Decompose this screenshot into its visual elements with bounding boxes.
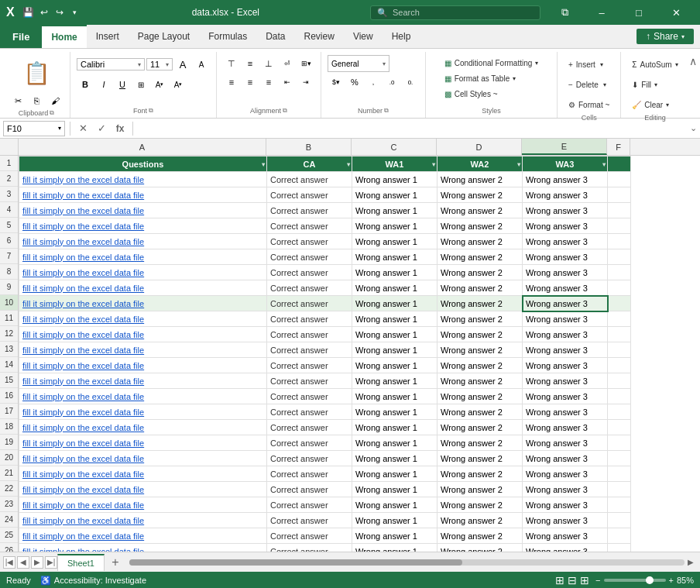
cell-f-14[interactable] (608, 358, 631, 373)
cell-wa1-8[interactable]: Wrong answer 1 (352, 265, 438, 280)
page-layout-view-icon[interactable]: ⊟ (568, 574, 577, 586)
cell-question-26[interactable]: fill it simply on the excel data file (19, 544, 267, 552)
fill-color-button[interactable]: A ▾ (151, 76, 168, 93)
bold-button[interactable]: B (77, 76, 94, 93)
insert-function-icon[interactable]: fx (112, 121, 128, 136)
row-num-15[interactable]: 15 (0, 373, 18, 388)
cell-f-9[interactable] (608, 280, 631, 296)
cell-wa1-20[interactable]: Wrong answer 1 (352, 451, 438, 466)
cell-ca-11[interactable]: Correct answer (267, 311, 352, 327)
cell-wa1-21[interactable]: Wrong answer 1 (352, 466, 438, 482)
row-num-3[interactable]: 3 (0, 187, 18, 202)
align-middle-button[interactable]: ≡ (242, 55, 259, 72)
cell-ca-12[interactable]: Correct answer (267, 327, 352, 342)
cell-wa2-15[interactable]: Wrong answer 2 (438, 373, 523, 389)
cell-wa1-13[interactable]: Wrong answer 1 (352, 342, 438, 358)
cell-wa1-14[interactable]: Wrong answer 1 (352, 358, 438, 373)
cell-ca-6[interactable]: Correct answer (267, 234, 352, 249)
border-button[interactable]: ⊞ (132, 76, 149, 93)
cell-f-18[interactable] (608, 420, 631, 435)
cell-ca-21[interactable]: Correct answer (267, 466, 352, 482)
cell-question-23[interactable]: fill it simply on the excel data file (19, 497, 267, 513)
col-header-d[interactable]: D (437, 139, 522, 155)
add-sheet-button[interactable]: + (108, 555, 123, 570)
formula-input[interactable] (138, 124, 687, 133)
row-num-26[interactable]: 26 (0, 543, 18, 552)
font-color-button[interactable]: A ▾ (170, 76, 187, 93)
tab-help[interactable]: Help (383, 25, 420, 48)
redo-icon[interactable]: ↪ (53, 6, 66, 19)
cell-f-17[interactable] (608, 404, 631, 420)
cell-question-15[interactable]: fill it simply on the excel data file (19, 373, 267, 389)
cell-wa1-16[interactable]: Wrong answer 1 (352, 389, 438, 404)
row-num-12[interactable]: 12 (0, 326, 18, 342)
row-num-8[interactable]: 8 (0, 264, 18, 280)
cell-wa1-10[interactable]: Wrong answer 1 (352, 296, 438, 311)
cell-ca-18[interactable]: Correct answer (267, 420, 352, 435)
row-num-24[interactable]: 24 (0, 512, 18, 528)
cell-f-25[interactable] (608, 528, 631, 544)
cell-wa3-11[interactable]: Wrong answer 3 (523, 311, 608, 327)
cell-wa3-21[interactable]: Wrong answer 3 (523, 466, 608, 482)
cell-ca-2[interactable]: Correct answer (267, 172, 352, 187)
cell-wa1-9[interactable]: Wrong answer 1 (352, 280, 438, 296)
cell-f-24[interactable] (608, 513, 631, 528)
row-num-5[interactable]: 5 (0, 218, 18, 233)
wrap-text-button[interactable]: ⏎ (279, 55, 296, 72)
cell-wa3-17[interactable]: Wrong answer 3 (523, 404, 608, 420)
cell-wa2-24[interactable]: Wrong answer 2 (438, 513, 523, 528)
cancel-formula-icon[interactable]: ✕ (75, 121, 91, 136)
clipboard-expand-icon[interactable]: ⧉ (50, 109, 54, 117)
cell-f-12[interactable] (608, 327, 631, 342)
delete-cells-button[interactable]: − Delete ▾ (564, 75, 611, 94)
row-num-25[interactable]: 25 (0, 528, 18, 543)
cell-wa2-18[interactable]: Wrong answer 2 (438, 420, 523, 435)
row-num-22[interactable]: 22 (0, 481, 18, 497)
cell-wa2-22[interactable]: Wrong answer 2 (438, 482, 523, 497)
cell-ca-24[interactable]: Correct answer (267, 513, 352, 528)
cell-question-8[interactable]: fill it simply on the excel data file (19, 265, 267, 280)
normal-view-icon[interactable]: ⊞ (555, 574, 564, 586)
format-as-table-button[interactable]: ▦ Format as Table ▾ (441, 70, 520, 86)
row-num-17[interactable]: 17 (0, 404, 18, 419)
cell-ca-9[interactable]: Correct answer (267, 280, 352, 296)
decrease-indent-button[interactable]: ⇤ (279, 74, 296, 91)
cell-ca-16[interactable]: Correct answer (267, 389, 352, 404)
cell-wa3-20[interactable]: Wrong answer 3 (523, 451, 608, 466)
underline-button[interactable]: U (114, 76, 131, 93)
cell-ca-8[interactable]: Correct answer (267, 265, 352, 280)
filter-wa3-icon[interactable]: ▾ (602, 160, 606, 167)
cell-wa2-2[interactable]: Wrong answer 2 (438, 172, 523, 187)
row-num-13[interactable]: 13 (0, 342, 18, 357)
cell-wa2-26[interactable]: Wrong answer 2 (438, 544, 523, 552)
tab-home[interactable]: Home (42, 25, 86, 48)
cell-question-17[interactable]: fill it simply on the excel data file (19, 404, 267, 420)
cell-wa3-18[interactable]: Wrong answer 3 (523, 420, 608, 435)
cell-f-4[interactable] (608, 203, 631, 218)
cell-wa2-9[interactable]: Wrong answer 2 (438, 280, 523, 296)
row-num-10[interactable]: 10 (0, 295, 18, 311)
zoom-in-icon[interactable]: + (669, 576, 674, 585)
cell-wa3-4[interactable]: Wrong answer 3 (523, 203, 608, 218)
cell-wa3-22[interactable]: Wrong answer 3 (523, 482, 608, 497)
restore-window-icon[interactable]: ⧉ (547, 0, 582, 25)
cell-wa2-4[interactable]: Wrong answer 2 (438, 203, 523, 218)
cell-wa1-4[interactable]: Wrong answer 1 (352, 203, 438, 218)
cell-wa2-10[interactable]: Wrong answer 2 (438, 296, 523, 311)
font-expand-icon[interactable]: ⧉ (149, 107, 153, 115)
cell-wa2-3[interactable]: Wrong answer 2 (438, 187, 523, 203)
cell-f-5[interactable] (608, 218, 631, 234)
cell-wa1-2[interactable]: Wrong answer 1 (352, 172, 438, 187)
cell-question-5[interactable]: fill it simply on the excel data file (19, 218, 267, 234)
cell-f-2[interactable] (608, 172, 631, 187)
cell-f-23[interactable] (608, 497, 631, 513)
cell-question-16[interactable]: fill it simply on the excel data file (19, 389, 267, 404)
cell-wa3-6[interactable]: Wrong answer 3 (523, 234, 608, 249)
cell-wa3-7[interactable]: Wrong answer 3 (523, 249, 608, 265)
cell-question-19[interactable]: fill it simply on the excel data file (19, 435, 267, 451)
filter-wa1-icon[interactable]: ▾ (432, 160, 435, 167)
name-box[interactable]: F10 ▾ (3, 121, 65, 136)
cell-f-3[interactable] (608, 187, 631, 203)
tab-review[interactable]: Review (295, 25, 344, 48)
share-button[interactable]: ↑ Share ▾ (637, 29, 694, 44)
